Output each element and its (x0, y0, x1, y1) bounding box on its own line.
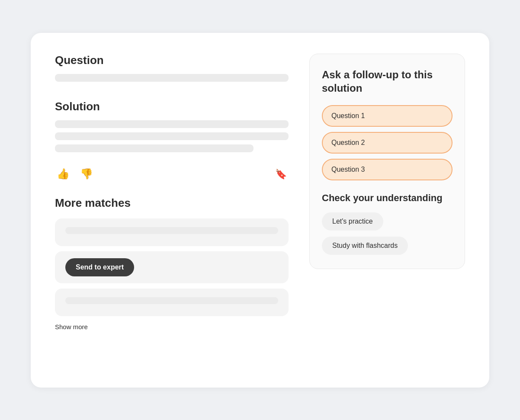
followup-question-1-button[interactable]: Question 1 (322, 105, 453, 127)
followup-question-2-button[interactable]: Question 2 (322, 132, 453, 154)
question-title: Question (55, 54, 289, 67)
thumbs-up-icon: 👍 (57, 168, 70, 180)
followup-question-3-button[interactable]: Question 3 (322, 159, 453, 180)
left-panel: Question Solution 👍 👎 🔖 More matches (55, 54, 289, 367)
more-matches-title: More matches (55, 196, 289, 210)
main-card: Question Solution 👍 👎 🔖 More matches (31, 33, 489, 388)
right-card: Ask a follow-up to this solution Questio… (309, 54, 465, 269)
match-card-2 (55, 289, 289, 316)
thumbs-down-button[interactable]: 👎 (78, 167, 95, 181)
reaction-icons: 👍 👎 (55, 167, 95, 181)
check-understanding-title: Check your understanding (322, 192, 453, 204)
match-skeleton-2 (65, 297, 278, 304)
show-more-link[interactable]: Show more (55, 323, 289, 330)
bookmark-icon: 🔖 (275, 169, 287, 180)
thumbs-down-icon: 👎 (80, 168, 93, 180)
reaction-row: 👍 👎 🔖 (55, 167, 289, 181)
study-flashcards-button[interactable]: Study with flashcards (322, 237, 408, 255)
thumbs-up-button[interactable]: 👍 (55, 167, 71, 181)
skeleton-bar-3 (55, 132, 289, 140)
send-expert-card: Send to expert (55, 251, 289, 283)
solution-title: Solution (55, 100, 289, 113)
skeleton-bar-2 (55, 120, 289, 128)
send-to-expert-button[interactable]: Send to expert (65, 258, 134, 276)
followup-title: Ask a follow-up to this solution (322, 68, 453, 95)
question-skeleton (55, 74, 289, 86)
right-panel: Ask a follow-up to this solution Questio… (309, 54, 465, 367)
lets-practice-button[interactable]: Let's practice (322, 212, 383, 231)
bookmark-button[interactable]: 🔖 (273, 167, 289, 181)
solution-skeleton (55, 120, 289, 157)
match-card-1 (55, 218, 289, 246)
skeleton-bar-4 (55, 144, 254, 152)
match-skeleton-1 (65, 227, 278, 234)
skeleton-bar-1 (55, 74, 289, 82)
